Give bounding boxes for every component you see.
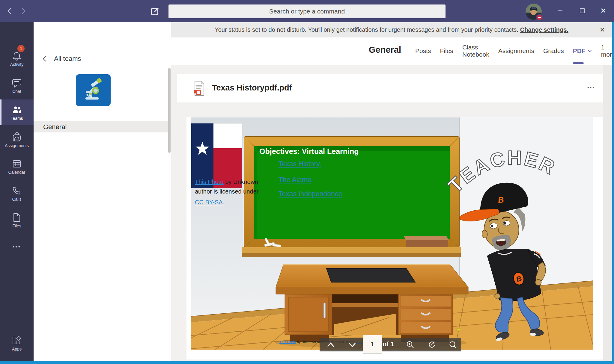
microscope-icon <box>81 78 106 103</box>
page-number-input[interactable] <box>363 335 382 354</box>
tab-bar: Posts Files Class Notebook Assignments G… <box>415 37 614 64</box>
backpack-icon <box>0 132 34 142</box>
all-teams-label: All teams <box>54 55 81 63</box>
chevron-left-icon <box>7 7 13 15</box>
rail-item-activity[interactable] <box>0 51 34 61</box>
board-link-texas-independence[interactable]: Texas Independence <box>279 190 342 198</box>
rail-label-chat: Chat <box>0 89 34 94</box>
tab-posts[interactable]: Posts <box>415 37 431 64</box>
ellipsis-icon: ••• <box>13 244 21 250</box>
calendar-icon <box>0 159 34 169</box>
board-link-the-alamo[interactable]: The Alamo <box>279 176 311 184</box>
rail-label-calls: Calls <box>0 197 34 202</box>
pdf-file-name: Texas Historypdf.pdf <box>212 83 292 93</box>
board-eraser <box>404 236 448 247</box>
chevron-down-icon <box>587 49 592 53</box>
status-banner: Your status is set to do not disturb. Yo… <box>171 22 612 37</box>
panel-scrollbar[interactable] <box>168 68 171 153</box>
maximize-button[interactable] <box>573 2 591 19</box>
window-edge-bottom <box>0 361 614 364</box>
activity-badge: 1 <box>17 45 25 52</box>
maximize-icon <box>580 8 585 13</box>
team-avatar[interactable] <box>76 74 111 106</box>
change-settings-link[interactable]: Change settings. <box>520 26 568 33</box>
teams-panel: All teams 01 Science (0330-61) ••• <box>34 22 171 361</box>
minimize-button[interactable] <box>551 2 569 19</box>
rail-item-assignments[interactable] <box>0 132 34 142</box>
banner-close-button[interactable]: ✕ <box>598 26 606 34</box>
file-icon <box>0 212 34 223</box>
teams-app-window: ✕ 1 Activity Chat <box>0 0 614 364</box>
dnd-status-badge <box>536 14 543 21</box>
svg-text:author is licensed under: author is licensed under <box>195 188 259 195</box>
pdf-file-icon <box>193 81 205 96</box>
close-icon: ✕ <box>600 7 606 15</box>
tab-pdf[interactable]: PDF <box>573 37 592 64</box>
apps-icon <box>0 336 34 346</box>
page-count-label: of 1 <box>383 340 394 348</box>
svg-text:This Photo by Unknown: This Photo by Unknown <box>195 179 258 185</box>
tab-class-notebook[interactable]: Class Notebook <box>462 37 489 64</box>
chevron-left-icon <box>42 55 47 62</box>
rail-more-button[interactable]: ••• <box>0 244 34 250</box>
close-icon: ✕ <box>600 26 605 34</box>
content-scrollbar-gutter[interactable] <box>603 65 612 361</box>
pdf-title-card: Texas Historypdf.pdf ••• <box>177 74 603 102</box>
back-button[interactable] <box>7 7 13 15</box>
ellipsis-icon: ••• <box>587 85 595 90</box>
rail-label-teams: Teams <box>0 116 34 121</box>
chalkboard: Objectives: Virtual Learning Texas Histo… <box>242 137 461 257</box>
cap-logo: B <box>498 195 504 205</box>
minimize-icon <box>557 8 563 13</box>
rail-item-teams[interactable] <box>0 105 34 115</box>
tab-assignments[interactable]: Assignments <box>498 37 534 64</box>
tab-pdf-label: PDF <box>573 47 586 55</box>
file-more-button[interactable]: ••• <box>587 85 595 90</box>
zoom-in-button[interactable] <box>406 340 415 349</box>
license-link[interactable]: CC BY-SA <box>195 199 223 206</box>
channel-item-label: General <box>43 123 67 131</box>
rail-item-apps[interactable] <box>0 336 34 346</box>
window-edge-right <box>612 22 614 361</box>
chat-icon <box>0 78 34 88</box>
active-tab-underline <box>573 62 584 64</box>
channel-item-general[interactable]: General <box>34 121 171 132</box>
rail-label-assignments: Assignments <box>0 143 34 148</box>
bell-icon <box>0 51 34 61</box>
app-rail: 1 Activity Chat Teams <box>0 22 34 361</box>
forward-button[interactable] <box>20 7 26 15</box>
channel-header: General Posts Files Class Notebook Assig… <box>171 37 612 65</box>
compose-icon <box>150 6 159 16</box>
status-banner-message: Your status is set to do not disturb. Yo… <box>215 26 518 33</box>
search-input[interactable] <box>168 4 446 18</box>
board-title: Objectives: Virtual Learning <box>259 147 359 155</box>
all-teams-back[interactable]: All teams <box>42 53 81 64</box>
tab-grades[interactable]: Grades <box>543 37 564 64</box>
rail-item-calls[interactable] <box>0 186 34 196</box>
tab-files[interactable]: Files <box>440 37 453 64</box>
rotate-button[interactable] <box>428 340 437 349</box>
search-document-button[interactable] <box>449 340 458 349</box>
rail-item-calendar[interactable] <box>0 159 34 169</box>
new-chat-button[interactable] <box>150 6 159 16</box>
board-link-texas-history[interactable]: Texas History. <box>279 160 321 168</box>
svg-text:CC BY-SA.: CC BY-SA. <box>195 199 224 206</box>
close-window-button[interactable]: ✕ <box>594 2 612 19</box>
photo-credit-link[interactable]: This Photo <box>195 179 224 185</box>
channel-title: General <box>369 45 401 55</box>
rail-label-activity: Activity <box>0 62 34 67</box>
rail-label-files: Files <box>0 223 34 228</box>
yellow-chalk <box>457 328 461 331</box>
rail-item-files[interactable] <box>0 212 34 223</box>
phone-icon <box>0 186 34 196</box>
next-page-button[interactable] <box>348 340 357 349</box>
rail-label-apps: Apps <box>0 347 34 351</box>
teams-people-icon <box>0 105 34 115</box>
rail-label-calendar: Calendar <box>0 170 34 175</box>
rail-item-chat[interactable] <box>0 78 34 88</box>
pdf-page-image: Objectives: Virtual Learning Texas Histo… <box>191 117 593 350</box>
avatar[interactable] <box>526 4 542 20</box>
chevron-right-icon <box>20 7 26 15</box>
title-bar: ✕ <box>0 0 614 22</box>
previous-page-button[interactable] <box>326 340 335 349</box>
